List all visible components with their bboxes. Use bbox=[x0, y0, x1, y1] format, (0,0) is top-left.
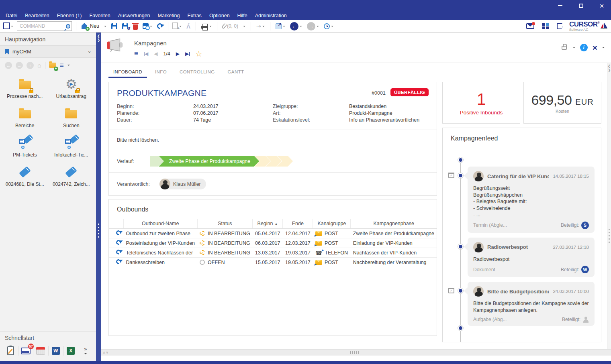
first-record-button[interactable]: ◀ bbox=[144, 51, 148, 57]
maximize-button[interactable] bbox=[576, 2, 586, 9]
menu-datei[interactable]: Datei bbox=[6, 13, 17, 18]
collapse-left-icon[interactable]: ❮ bbox=[608, 64, 611, 68]
command-input[interactable] bbox=[17, 22, 65, 31]
splitter-drag-handle[interactable] bbox=[609, 229, 610, 245]
sidebar-item-pm-tickets[interactable]: PM-Tickets bbox=[2, 135, 48, 158]
chevron-down-icon[interactable] bbox=[602, 47, 605, 48]
discard-button[interactable]: ✗ bbox=[121, 22, 129, 30]
sidebar-item-infokachel[interactable]: Infokachel-Tic... bbox=[48, 135, 95, 158]
kpi-kosten[interactable]: 699,50 EUR Kosten bbox=[523, 82, 601, 124]
column-header-status[interactable]: Status bbox=[197, 219, 253, 229]
copy-button[interactable] bbox=[172, 23, 183, 30]
previous-record-button[interactable]: ◀ bbox=[154, 51, 157, 57]
logout-button[interactable] bbox=[556, 22, 564, 30]
right-panel-splitter[interactable]: ❮ ❯ bbox=[607, 63, 611, 349]
info-icon[interactable]: i bbox=[580, 44, 588, 51]
participant-badge[interactable]: S bbox=[581, 222, 589, 229]
sidebar-item-ticket-0024742[interactable]: 0024742, Zeich... bbox=[48, 164, 95, 187]
print-button[interactable] bbox=[200, 22, 213, 30]
participant-badge[interactable]: W bbox=[581, 266, 589, 273]
expand-right-icon[interactable]: ❯ bbox=[97, 38, 100, 42]
feed-card-item[interactable]: Catering für die VIP Kunden 14.05.2017 1… bbox=[468, 167, 595, 233]
home-icon[interactable]: ⌂ bbox=[37, 62, 41, 69]
export-button[interactable]: ⇢ bbox=[255, 22, 266, 30]
sidebar-item-ticket-0024681[interactable]: 0024681, Die St... bbox=[2, 164, 48, 187]
table-search-button[interactable] bbox=[141, 22, 153, 30]
close-window-button[interactable]: × bbox=[597, 2, 607, 9]
new-record-dropdown[interactable] bbox=[103, 25, 108, 28]
command-search-button[interactable] bbox=[65, 23, 72, 29]
menu-auswertungen[interactable]: Auswertungen bbox=[118, 13, 150, 18]
favorite-star-icon[interactable]: ☆ bbox=[195, 50, 202, 58]
quickstart-calendar-button[interactable] bbox=[33, 345, 48, 357]
bottom-splitter[interactable]: ∧∨ bbox=[101, 349, 611, 356]
last-record-button[interactable]: ▶ bbox=[185, 51, 190, 57]
sidebar-item-bereiche[interactable]: Bereiche bbox=[2, 106, 48, 128]
attachments-dropdown[interactable] bbox=[242, 25, 247, 28]
feed-card-item[interactable]: Radiowerbespot 27.03.2017 12:18 Radiower… bbox=[468, 238, 595, 277]
nav-up-button[interactable]: ↑ bbox=[27, 62, 34, 69]
table-row[interactable]: Dankesschreiben OFFEN 15.05.2017 19.05.2… bbox=[109, 258, 437, 267]
quickstart-excel-button[interactable]: X bbox=[63, 345, 78, 357]
history-forward-button[interactable]: → bbox=[306, 21, 320, 31]
collapse-arrows-icon[interactable]: ∧∨ bbox=[101, 351, 109, 354]
next-record-button[interactable]: ▶ bbox=[176, 51, 180, 57]
nav-forward-button[interactable]: → bbox=[16, 62, 23, 69]
chevron-down-icon[interactable] bbox=[67, 65, 70, 66]
column-header-kampagnenphase[interactable]: Kampagnenphase bbox=[351, 219, 437, 229]
chevron-down-icon[interactable] bbox=[573, 47, 575, 48]
sidebar-item-prozesse[interactable]: Prozesse nach... bbox=[2, 76, 48, 99]
close-view-button[interactable]: × bbox=[593, 43, 597, 52]
splitter-drag-handle[interactable] bbox=[350, 351, 359, 354]
sidebar-item-suchen[interactable]: Suchen bbox=[48, 106, 95, 128]
feed-card-item[interactable]: Bitte die Budgetpositionen an... 24.03.2… bbox=[468, 282, 595, 326]
history-back-button[interactable]: ← bbox=[289, 21, 303, 31]
tiles-button[interactable] bbox=[541, 22, 550, 30]
nav-back-button[interactable]: ← bbox=[5, 62, 12, 69]
open-new-window-button[interactable] bbox=[274, 22, 286, 30]
notifications-button[interactable] bbox=[525, 22, 535, 30]
column-header-name[interactable]: Outbound-Name bbox=[123, 219, 197, 229]
tab-controlling[interactable]: CONTROLLING bbox=[175, 67, 219, 78]
lock-record-button[interactable] bbox=[560, 45, 568, 51]
menu-hilfe[interactable]: Hilfe bbox=[237, 13, 247, 18]
quickstart-notes-button[interactable] bbox=[3, 345, 18, 357]
record-menu-button[interactable]: ≡ bbox=[134, 50, 138, 58]
sidebar-splitter[interactable]: ❮ ❯ bbox=[96, 33, 101, 361]
sidebar-item-urlaubsantrag[interactable]: ⚙ Urlaubsantrag bbox=[48, 76, 95, 99]
menu-marketing[interactable]: Marketing bbox=[158, 13, 180, 18]
menu-administration[interactable]: Administration bbox=[255, 13, 287, 18]
compass-button[interactable]: Λ bbox=[185, 22, 192, 31]
menu-extras[interactable]: Extras bbox=[187, 13, 201, 18]
delete-button[interactable] bbox=[132, 22, 139, 31]
column-header-ende[interactable]: Ende bbox=[283, 219, 313, 229]
table-row[interactable]: Posteinladung der VIP-Kunden ✓IN BEARBEI… bbox=[109, 238, 437, 248]
tab-info[interactable]: INFO bbox=[150, 67, 172, 78]
quickstart-inbox-button[interactable]: 57 bbox=[18, 345, 33, 357]
new-record-button[interactable]: Neu bbox=[80, 22, 100, 30]
column-header-beginn[interactable]: Beginn ▲ bbox=[253, 219, 283, 229]
quickstart-more-button[interactable]: » bbox=[78, 345, 93, 357]
menu-bearbeiten[interactable]: Bearbeiten bbox=[25, 13, 49, 18]
pages-button[interactable] bbox=[3, 23, 14, 30]
owner-chip[interactable]: Klaus Müller bbox=[159, 179, 206, 189]
tab-infoboard[interactable]: INFOBOARD bbox=[108, 67, 147, 78]
expand-right-icon[interactable]: ❯ bbox=[608, 68, 611, 72]
history-button[interactable] bbox=[323, 22, 335, 30]
tab-gantt[interactable]: GANTT bbox=[223, 67, 249, 78]
quickstart-word-button[interactable]: W bbox=[49, 345, 63, 357]
splitter-drag-handle[interactable] bbox=[98, 224, 99, 239]
menu-favoriten[interactable]: Favoriten bbox=[90, 13, 110, 18]
table-row[interactable]: Telefonisches Nachfassen der ✓IN BEARBEI… bbox=[109, 248, 437, 258]
kpi-positive-inbounds[interactable]: 1 Positive Inbounds bbox=[442, 82, 520, 124]
minimize-button[interactable] bbox=[555, 2, 565, 9]
collapse-left-icon[interactable]: ❮ bbox=[97, 34, 100, 38]
workspace-select[interactable]: myCRM ∨ bbox=[0, 45, 96, 58]
menu-optionen[interactable]: Optionen bbox=[209, 13, 230, 18]
save-button[interactable] bbox=[110, 22, 119, 30]
add-folder-button[interactable]: + bbox=[49, 61, 56, 69]
attachments-button[interactable]: (0, 0) bbox=[221, 22, 239, 30]
table-row[interactable]: Outbound zur zweiten Phase ✓IN BEARBEITU… bbox=[109, 229, 437, 238]
phase-chevron-current[interactable]: Zweite Phase der Produktkampagne bbox=[159, 156, 259, 167]
column-header-kanalgruppe[interactable]: Kanalgruppe bbox=[313, 219, 351, 229]
